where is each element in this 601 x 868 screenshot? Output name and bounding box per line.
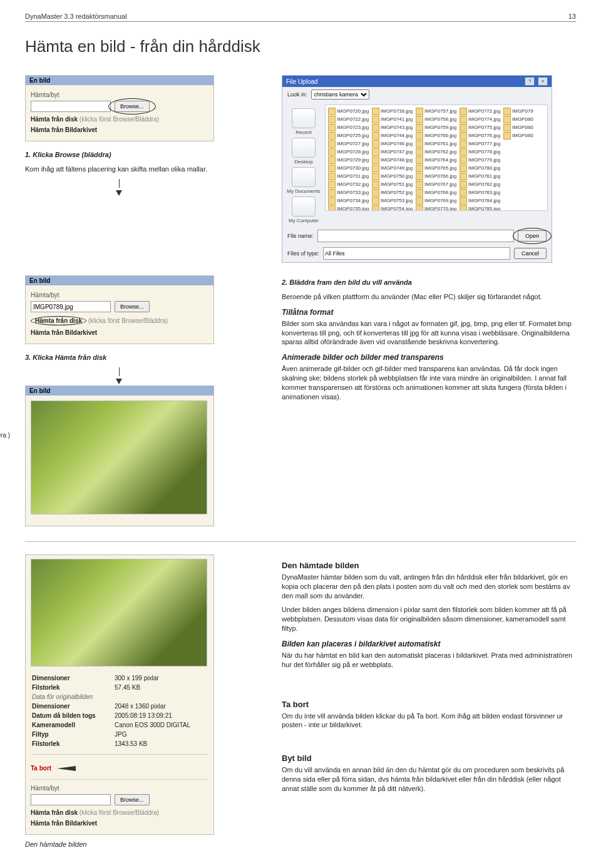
filetype-input[interactable] — [323, 247, 510, 260]
browse-button[interactable]: Browse... — [115, 794, 150, 805]
file-item[interactable]: IMGP0729.jpg — [328, 156, 369, 164]
file-item[interactable]: IMGP0767.jpg — [416, 181, 457, 188]
file-item[interactable]: IMGP0774.jpg — [460, 116, 501, 123]
image-meta-table: Dimensioner300 x 199 pixlar Filstorlek57… — [31, 673, 198, 749]
file-item[interactable]: IMGP0760.jpg — [416, 132, 457, 140]
panel-title: En bild — [26, 276, 213, 285]
file-item[interactable]: IMGP0775.jpg — [460, 124, 501, 131]
file-item[interactable]: IMGP0747.jpg — [372, 148, 413, 156]
recent-icon[interactable] — [292, 108, 316, 128]
file-item[interactable]: IMGP0777.jpg — [460, 140, 501, 148]
panel-title: En bild — [26, 386, 213, 396]
hamta-fran-disk-link[interactable]: Hämta från disk (klicka först Browse/Blä… — [31, 809, 208, 816]
tabort-title: Ta bort — [282, 700, 576, 709]
file-path-input[interactable] — [31, 101, 111, 112]
section-divider — [25, 541, 576, 542]
file-list[interactable]: IMGP0720.jpgIMGP0738.jpgIMGP0757.jpgIMGP… — [325, 105, 548, 211]
arrow-down-icon — [116, 379, 122, 384]
filename-input[interactable] — [317, 230, 514, 242]
placera-annotation: ( Placera ) — [0, 432, 10, 439]
recent-label: Recent — [285, 130, 322, 135]
file-item[interactable]: IMGP0733.jpg — [328, 189, 369, 197]
file-item[interactable]: IMGP0744.jpg — [372, 132, 413, 140]
file-item[interactable]: IMGP0731.jpg — [328, 173, 369, 180]
file-item[interactable]: IMGP0748.jpg — [372, 156, 413, 164]
file-item[interactable]: IMGP0772.jpg — [460, 108, 501, 115]
file-item[interactable]: IMGP0759.jpg — [416, 124, 457, 131]
file-item[interactable]: IMGP0761.jpg — [416, 140, 457, 148]
file-item[interactable]: IMGP0764.jpg — [416, 156, 457, 164]
file-item[interactable]: IMGP0754.jpg — [372, 205, 413, 211]
lookin-select[interactable]: christians kamera — [311, 89, 369, 100]
file-item[interactable]: IMGP0750.jpg — [372, 173, 413, 180]
file-item[interactable]: IMGP0738.jpg — [372, 108, 413, 115]
file-item[interactable]: IMGP0770.jpg — [416, 205, 457, 211]
file-upload-dialog: File Upload ? × Look in: christians kame… — [282, 75, 552, 263]
browse-button[interactable]: Browse... — [115, 301, 150, 312]
close-icon[interactable]: × — [538, 77, 548, 86]
formats-text: Bilder som ska användas kan vara i något… — [282, 319, 576, 347]
file-item[interactable]: IMGP0757.jpg — [416, 108, 457, 115]
file-item[interactable]: IMGP079 — [503, 108, 545, 115]
file-item[interactable]: IMGP0780.jpg — [460, 165, 501, 172]
file-item[interactable]: IMGP080 — [503, 124, 545, 131]
file-item[interactable]: IMGP0781.jpg — [460, 173, 501, 180]
file-item[interactable]: IMGP0762.jpg — [416, 148, 457, 156]
anim-title: Animerade bilder och bilder med transpar… — [282, 353, 576, 362]
file-item[interactable]: IMGP0751.jpg — [372, 181, 413, 188]
arrow-left-icon — [57, 766, 76, 771]
hamta-fran-bildarkivet-link[interactable]: Hämta från Bildarkivet — [31, 126, 208, 133]
ta-bort-link[interactable]: Ta bort — [31, 765, 51, 772]
file-item[interactable]: IMGP0758.jpg — [416, 116, 457, 123]
file-item[interactable]: IMGP0723.jpg — [328, 124, 369, 131]
mycomp-icon[interactable] — [292, 197, 316, 217]
downloaded-caption: Den hämtade bilden — [25, 840, 269, 849]
file-path-input[interactable] — [31, 794, 111, 805]
file-path-input[interactable] — [31, 301, 111, 312]
file-item[interactable]: IMGP0725.jpg — [328, 132, 369, 140]
panel-en-bild-2: En bild Hämta/byt Browse... Hämta från d… — [25, 275, 214, 344]
file-item[interactable]: IMGP0765.jpg — [416, 165, 457, 172]
file-item[interactable]: IMGP0741.jpg — [372, 116, 413, 123]
file-item[interactable]: IMGP080 — [503, 116, 545, 123]
hamta-fran-bildarkivet-link[interactable]: Hämta från Bildarkivet — [31, 820, 208, 827]
file-item[interactable]: IMGP0720.jpg — [328, 108, 369, 115]
file-item[interactable]: IMGP0735.jpg — [328, 205, 369, 211]
mydocs-icon[interactable] — [292, 167, 316, 187]
desktop-label: Desktop — [285, 159, 322, 165]
arrow-down-icon — [116, 190, 122, 196]
file-item[interactable]: IMGP0784.jpg — [460, 197, 501, 205]
file-item[interactable]: IMGP0722.jpg — [328, 116, 369, 123]
file-item[interactable]: IMGP0783.jpg — [460, 189, 501, 197]
browse-button[interactable]: Browse... — [115, 101, 150, 112]
file-item[interactable]: IMGP0769.jpg — [416, 197, 457, 205]
file-item[interactable]: IMGP0730.jpg — [328, 165, 369, 172]
file-item[interactable]: IMGP0776.jpg — [460, 132, 501, 140]
hamta-disk-text: Hämta från disk — [31, 116, 78, 123]
file-item[interactable]: IMGP0778.jpg — [460, 148, 501, 156]
file-item[interactable]: IMGP0766.jpg — [416, 173, 457, 180]
file-item[interactable]: IMGP0753.jpg — [372, 197, 413, 205]
file-item[interactable]: IMGP0782.jpg — [460, 181, 501, 188]
file-item[interactable]: IMGP0728.jpg — [328, 148, 369, 156]
file-item[interactable]: IMGP080 — [503, 132, 545, 140]
file-item[interactable]: IMGP0779.jpg — [460, 156, 501, 164]
open-button[interactable]: Open — [518, 230, 547, 242]
header-page-number: 13 — [568, 13, 576, 20]
file-item[interactable]: IMGP0727.jpg — [328, 140, 369, 148]
hamta-fran-bildarkivet-link[interactable]: Hämta från Bildarkivet — [31, 329, 208, 336]
help-icon[interactable]: ? — [525, 77, 535, 86]
file-item[interactable]: IMGP0768.jpg — [416, 189, 457, 197]
cancel-button[interactable]: Cancel — [514, 248, 547, 259]
file-item[interactable]: IMGP0746.jpg — [372, 140, 413, 148]
file-item[interactable]: IMGP0734.jpg — [328, 197, 369, 205]
file-item[interactable]: IMGP0732.jpg — [328, 181, 369, 188]
file-item[interactable]: IMGP0749.jpg — [372, 165, 413, 172]
file-item[interactable]: IMGP0752.jpg — [372, 189, 413, 197]
step2-heading: 2. Bläddra fram den bild du vill använda — [282, 278, 412, 286]
hamta-fran-disk-link[interactable]: Hämta från disk (klicka först Browse/Blä… — [31, 116, 208, 123]
hamta-fran-disk-link[interactable]: Hämta från disk (klicka först Browse/Blä… — [31, 316, 208, 325]
desktop-icon[interactable] — [292, 138, 316, 158]
file-item[interactable]: IMGP0743.jpg — [372, 124, 413, 131]
file-item[interactable]: IMGP0785.jpg — [460, 205, 501, 211]
